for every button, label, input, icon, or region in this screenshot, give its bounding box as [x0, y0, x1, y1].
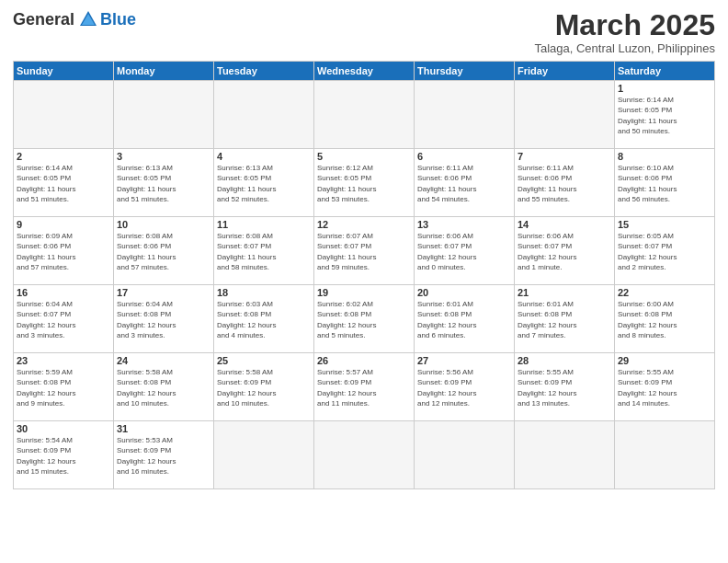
day-number: 8 [618, 151, 711, 162]
day-info: Sunrise: 6:14 AM Sunset: 6:05 PM Dayligh… [17, 163, 110, 204]
day-info: Sunrise: 5:55 AM Sunset: 6:09 PM Dayligh… [518, 367, 611, 408]
weekday-header-row: Sunday Monday Tuesday Wednesday Thursday… [14, 62, 715, 81]
table-row: 13Sunrise: 6:06 AM Sunset: 6:07 PM Dayli… [415, 217, 515, 285]
day-number: 1 [618, 83, 711, 94]
calendar-week-row: 23Sunrise: 5:59 AM Sunset: 6:08 PM Dayli… [14, 353, 715, 421]
table-row: 4Sunrise: 6:13 AM Sunset: 6:05 PM Daylig… [214, 149, 314, 217]
day-number: 25 [217, 355, 311, 366]
table-row: 17Sunrise: 6:04 AM Sunset: 6:08 PM Dayli… [114, 285, 214, 353]
day-number: 2 [17, 151, 110, 162]
header-saturday: Saturday [615, 62, 715, 81]
table-row: 7Sunrise: 6:11 AM Sunset: 6:06 PM Daylig… [515, 149, 615, 217]
day-number: 20 [417, 287, 511, 298]
day-number: 24 [117, 355, 210, 366]
table-row: 23Sunrise: 5:59 AM Sunset: 6:08 PM Dayli… [14, 353, 114, 421]
table-row: 11Sunrise: 6:08 AM Sunset: 6:07 PM Dayli… [214, 217, 314, 285]
day-info: Sunrise: 6:06 AM Sunset: 6:07 PM Dayligh… [518, 231, 611, 272]
table-row: 2Sunrise: 6:14 AM Sunset: 6:05 PM Daylig… [14, 149, 114, 217]
day-info: Sunrise: 6:07 AM Sunset: 6:07 PM Dayligh… [317, 231, 411, 272]
table-row [214, 81, 314, 149]
day-info: Sunrise: 5:55 AM Sunset: 6:09 PM Dayligh… [618, 367, 711, 408]
day-number: 14 [518, 219, 611, 230]
day-number: 15 [618, 219, 711, 230]
day-number: 12 [317, 219, 411, 230]
day-number: 16 [17, 287, 110, 298]
table-row: 19Sunrise: 6:02 AM Sunset: 6:08 PM Dayli… [314, 285, 415, 353]
calendar-table: Sunday Monday Tuesday Wednesday Thursday… [13, 61, 715, 489]
header-monday: Monday [114, 62, 214, 81]
table-row: 21Sunrise: 6:01 AM Sunset: 6:08 PM Dayli… [515, 285, 615, 353]
day-number: 6 [417, 151, 511, 162]
day-number: 29 [618, 355, 711, 366]
day-info: Sunrise: 6:01 AM Sunset: 6:08 PM Dayligh… [518, 299, 611, 340]
table-row: 15Sunrise: 6:05 AM Sunset: 6:07 PM Dayli… [615, 217, 715, 285]
day-info: Sunrise: 5:58 AM Sunset: 6:09 PM Dayligh… [217, 367, 311, 408]
table-row: 12Sunrise: 6:07 AM Sunset: 6:07 PM Dayli… [314, 217, 415, 285]
day-number: 27 [417, 355, 511, 366]
header: General Blue March 2025 Talaga, Central … [13, 9, 715, 55]
logo-area: General Blue [13, 9, 136, 29]
calendar-week-row: 9Sunrise: 6:09 AM Sunset: 6:06 PM Daylig… [14, 217, 715, 285]
day-info: Sunrise: 6:08 AM Sunset: 6:07 PM Dayligh… [217, 231, 311, 272]
table-row [214, 421, 314, 489]
day-number: 5 [317, 151, 411, 162]
day-number: 21 [518, 287, 611, 298]
page: General Blue March 2025 Talaga, Central … [0, 0, 728, 563]
table-row [114, 81, 214, 149]
month-title: March 2025 [534, 9, 715, 41]
table-row: 3Sunrise: 6:13 AM Sunset: 6:05 PM Daylig… [114, 149, 214, 217]
table-row: 5Sunrise: 6:12 AM Sunset: 6:05 PM Daylig… [314, 149, 415, 217]
day-number: 9 [17, 219, 110, 230]
table-row: 18Sunrise: 6:03 AM Sunset: 6:08 PM Dayli… [214, 285, 314, 353]
table-row [515, 81, 615, 149]
title-area: March 2025 Talaga, Central Luzon, Philip… [534, 9, 715, 55]
day-number: 28 [518, 355, 611, 366]
logo-general-text: General [13, 10, 74, 29]
table-row [14, 81, 114, 149]
table-row: 16Sunrise: 6:04 AM Sunset: 6:07 PM Dayli… [14, 285, 114, 353]
day-number: 23 [17, 355, 110, 366]
day-info: Sunrise: 5:57 AM Sunset: 6:09 PM Dayligh… [317, 367, 411, 408]
table-row: 30Sunrise: 5:54 AM Sunset: 6:09 PM Dayli… [14, 421, 114, 489]
day-number: 11 [217, 219, 311, 230]
day-info: Sunrise: 5:53 AM Sunset: 6:09 PM Dayligh… [117, 435, 210, 477]
logo: General Blue [13, 9, 136, 29]
logo-blue-text: Blue [100, 10, 136, 29]
table-row: 28Sunrise: 5:55 AM Sunset: 6:09 PM Dayli… [515, 353, 615, 421]
day-number: 3 [117, 151, 210, 162]
day-info: Sunrise: 6:11 AM Sunset: 6:06 PM Dayligh… [518, 163, 611, 204]
header-tuesday: Tuesday [214, 62, 314, 81]
table-row: 8Sunrise: 6:10 AM Sunset: 6:06 PM Daylig… [615, 149, 715, 217]
table-row: 10Sunrise: 6:08 AM Sunset: 6:06 PM Dayli… [114, 217, 214, 285]
table-row: 27Sunrise: 5:56 AM Sunset: 6:09 PM Dayli… [415, 353, 515, 421]
day-number: 19 [317, 287, 411, 298]
day-info: Sunrise: 6:14 AM Sunset: 6:05 PM Dayligh… [618, 95, 711, 136]
day-info: Sunrise: 6:13 AM Sunset: 6:05 PM Dayligh… [217, 163, 311, 204]
day-info: Sunrise: 6:04 AM Sunset: 6:08 PM Dayligh… [117, 299, 210, 340]
table-row: 24Sunrise: 5:58 AM Sunset: 6:08 PM Dayli… [114, 353, 214, 421]
day-info: Sunrise: 6:08 AM Sunset: 6:06 PM Dayligh… [117, 231, 210, 272]
day-number: 30 [17, 423, 110, 434]
calendar-week-row: 16Sunrise: 6:04 AM Sunset: 6:07 PM Dayli… [14, 285, 715, 353]
day-info: Sunrise: 6:11 AM Sunset: 6:06 PM Dayligh… [417, 163, 511, 204]
table-row [415, 421, 515, 489]
table-row: 1Sunrise: 6:14 AM Sunset: 6:05 PM Daylig… [615, 81, 715, 149]
day-info: Sunrise: 6:03 AM Sunset: 6:08 PM Dayligh… [217, 299, 311, 340]
day-number: 22 [618, 287, 711, 298]
table-row [615, 421, 715, 489]
header-wednesday: Wednesday [314, 62, 415, 81]
day-info: Sunrise: 5:54 AM Sunset: 6:09 PM Dayligh… [17, 435, 110, 477]
day-info: Sunrise: 6:04 AM Sunset: 6:07 PM Dayligh… [17, 299, 110, 340]
table-row: 20Sunrise: 6:01 AM Sunset: 6:08 PM Dayli… [415, 285, 515, 353]
day-number: 13 [417, 219, 511, 230]
day-info: Sunrise: 6:09 AM Sunset: 6:06 PM Dayligh… [17, 231, 110, 272]
table-row [314, 421, 415, 489]
day-info: Sunrise: 5:56 AM Sunset: 6:09 PM Dayligh… [417, 367, 511, 408]
table-row: 31Sunrise: 5:53 AM Sunset: 6:09 PM Dayli… [114, 421, 214, 489]
day-number: 10 [117, 219, 210, 230]
day-number: 17 [117, 287, 210, 298]
calendar-week-row: 1Sunrise: 6:14 AM Sunset: 6:05 PM Daylig… [14, 81, 715, 149]
day-info: Sunrise: 6:01 AM Sunset: 6:08 PM Dayligh… [417, 299, 511, 340]
day-info: Sunrise: 6:06 AM Sunset: 6:07 PM Dayligh… [417, 231, 511, 272]
day-info: Sunrise: 6:05 AM Sunset: 6:07 PM Dayligh… [618, 231, 711, 272]
